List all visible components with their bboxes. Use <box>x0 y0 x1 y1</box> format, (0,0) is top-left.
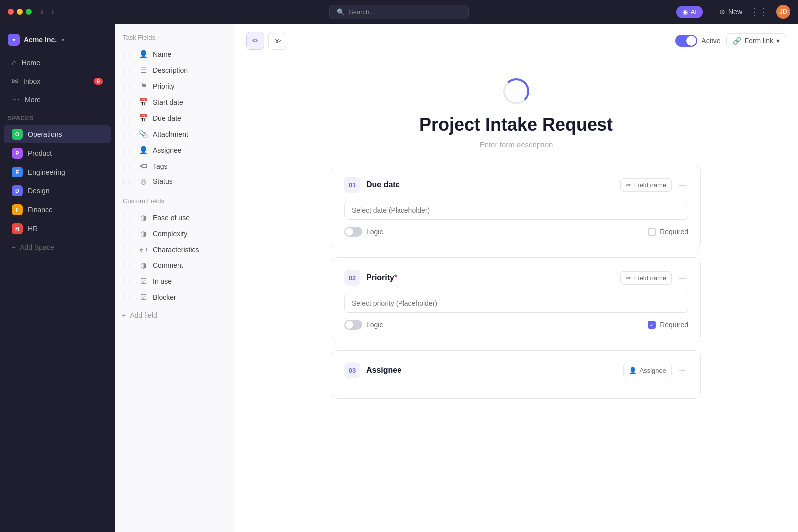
field-card-left: 03 Assignee <box>344 362 401 378</box>
field-item-assignee[interactable]: ⋮⋮ 👤 Assignee <box>115 142 234 158</box>
required-checkbox[interactable] <box>648 228 656 236</box>
active-toggle-group: Active <box>675 35 720 47</box>
field-name-due-date: Due date <box>366 180 400 189</box>
preview-mode-button[interactable]: 👁 <box>268 32 286 50</box>
sidebar-item-home[interactable]: ⌂ Home <box>4 54 111 71</box>
field-item-status[interactable]: ⋮⋮ ◎ Status <box>115 174 234 189</box>
sidebar-item-more[interactable]: ⋯ More <box>4 91 111 108</box>
workspace-selector[interactable]: ✦ Acme Inc. ▾ <box>0 30 115 54</box>
active-label: Active <box>701 37 720 45</box>
search-bar[interactable]: 🔍 Search... <box>329 5 469 19</box>
field-item-blocker[interactable]: ⋮⋮ ☑ Blocker <box>115 289 234 305</box>
more-options-button[interactable]: ··· <box>677 178 688 192</box>
minimize-button[interactable] <box>17 9 23 15</box>
space-icon-design: D <box>12 185 23 196</box>
field-item-comment[interactable]: ⋮⋮ ◑ Comment <box>115 257 234 273</box>
logic-toggle[interactable] <box>344 320 362 330</box>
field-label: Tags <box>153 162 168 170</box>
field-item-start-date[interactable]: ⋮⋮ 📅 Start date <box>115 94 234 110</box>
field-item-priority[interactable]: ⋮⋮ ⚑ Priority <box>115 78 234 94</box>
field-item-in-use[interactable]: ⋮⋮ ☑ In use <box>115 273 234 289</box>
priority-input[interactable] <box>344 294 688 313</box>
check-icon: ☑ <box>139 293 148 302</box>
sidebar-item-engineering[interactable]: E Engineering <box>4 163 111 181</box>
field-item-tags[interactable]: ⋮⋮ 🏷 Tags <box>115 158 234 174</box>
sidebar-item-hr[interactable]: H HR <box>4 220 111 238</box>
toggle-sm-knob <box>345 228 353 236</box>
sidebar-item-product[interactable]: P Product <box>4 144 111 162</box>
field-label: Comment <box>153 261 183 269</box>
field-footer: Logic ✓ Required <box>344 320 688 330</box>
field-item-ease-of-use[interactable]: ⋮⋮ ◑ Ease of use <box>115 210 234 226</box>
drag-handle-icon: ⋮⋮ <box>121 294 133 301</box>
required-group: ✓ Required <box>648 321 688 329</box>
add-field-label: Add field <box>130 311 157 319</box>
forward-button[interactable]: › <box>48 6 57 17</box>
space-icon-finance: F <box>12 204 23 215</box>
space-label-operations: Operations <box>28 130 62 138</box>
close-button[interactable] <box>8 9 14 15</box>
field-name-button[interactable]: ✏ Field name <box>620 178 672 192</box>
field-label: Assignee <box>153 146 182 154</box>
ai-button[interactable]: ◉ AI <box>676 6 703 18</box>
field-number: 03 <box>344 362 360 378</box>
sidebar-item-inbox[interactable]: ✉ Inbox 9 <box>4 72 111 90</box>
back-button[interactable]: ‹ <box>38 6 46 17</box>
form-link-button[interactable]: 🔗 Form link ▾ <box>726 33 786 48</box>
eye-icon: 👁 <box>274 37 281 45</box>
traffic-lights <box>8 9 32 15</box>
required-label: Required <box>660 228 688 236</box>
calendar-icon: 📅 <box>139 114 148 123</box>
sidebar-item-operations[interactable]: O Operations <box>4 125 111 143</box>
edit-mode-button[interactable]: ✏ <box>246 32 264 50</box>
logic-toggle[interactable] <box>344 227 362 237</box>
field-name-button[interactable]: 👤 Assignee <box>623 364 672 377</box>
form-body: Project Intake Request Enter form descri… <box>292 58 741 532</box>
avatar[interactable]: JD <box>776 5 790 19</box>
field-item-name[interactable]: ⋮⋮ 👤 Name <box>115 46 234 62</box>
sidebar-item-finance[interactable]: F Finance <box>4 201 111 219</box>
active-toggle[interactable] <box>675 35 697 47</box>
field-item-description[interactable]: ⋮⋮ ☰ Description <box>115 62 234 78</box>
inbox-icon: ✉ <box>12 76 18 86</box>
more-options-button[interactable]: ··· <box>677 363 688 378</box>
form-header: Project Intake Request Enter form descri… <box>332 58 701 165</box>
space-label-finance: Finance <box>28 206 53 214</box>
field-card-due-date: 01 Due date ✏ Field name ··· <box>332 165 701 249</box>
sidebar: ✦ Acme Inc. ▾ ⌂ Home ✉ Inbox 9 ⋯ More Sp… <box>0 24 115 532</box>
field-item-attachment[interactable]: ⋮⋮ 📎 Attachment <box>115 126 234 142</box>
more-icon: ⋯ <box>12 95 20 104</box>
search-placeholder: Search... <box>349 8 375 16</box>
add-space-button[interactable]: + Add Space <box>4 239 111 255</box>
logic-toggle-group: Logic <box>344 227 383 237</box>
field-item-due-date[interactable]: ⋮⋮ 📅 Due date <box>115 110 234 126</box>
toggle-knob <box>686 36 696 46</box>
titlebar-left: ‹ › <box>8 6 57 17</box>
search-icon: 🔍 <box>337 8 345 16</box>
pencil-icon: ✏ <box>252 36 259 45</box>
grid-icon[interactable]: ⋮⋮ <box>750 6 768 17</box>
field-card-left: 01 Due date <box>344 177 400 193</box>
tag-icon: 🏷 <box>139 245 148 254</box>
fullscreen-button[interactable] <box>26 9 32 15</box>
titlebar: ‹ › 🔍 Search... ◉ AI ⊕ New ⋮⋮ JD <box>0 0 798 24</box>
tag-icon: 🏷 <box>139 162 148 170</box>
add-field-button[interactable]: + Add field <box>115 307 234 323</box>
date-input[interactable] <box>344 201 688 220</box>
space-label-hr: HR <box>28 225 38 233</box>
field-item-complexity[interactable]: ⋮⋮ ◑ Complexity <box>115 226 234 242</box>
field-name-button[interactable]: ✏ Field name <box>620 271 672 285</box>
new-button[interactable]: ⊕ New <box>719 8 742 16</box>
sidebar-item-design[interactable]: D Design <box>4 182 111 200</box>
field-label: In use <box>153 277 172 285</box>
field-label: Name <box>153 50 171 58</box>
more-options-button[interactable]: ··· <box>677 271 688 285</box>
gauge-icon: ◑ <box>139 213 148 222</box>
check-icon: ☑ <box>139 277 148 286</box>
form-link-label: Form link <box>744 37 773 45</box>
field-label: Ease of use <box>153 214 190 222</box>
field-item-characteristics[interactable]: ⋮⋮ 🏷 Characteristics <box>115 242 234 257</box>
toggle-sm-knob <box>345 321 353 329</box>
required-checkbox[interactable]: ✓ <box>648 321 656 329</box>
main-content: ✏ 👁 Active 🔗 Form link ▾ <box>234 24 798 532</box>
